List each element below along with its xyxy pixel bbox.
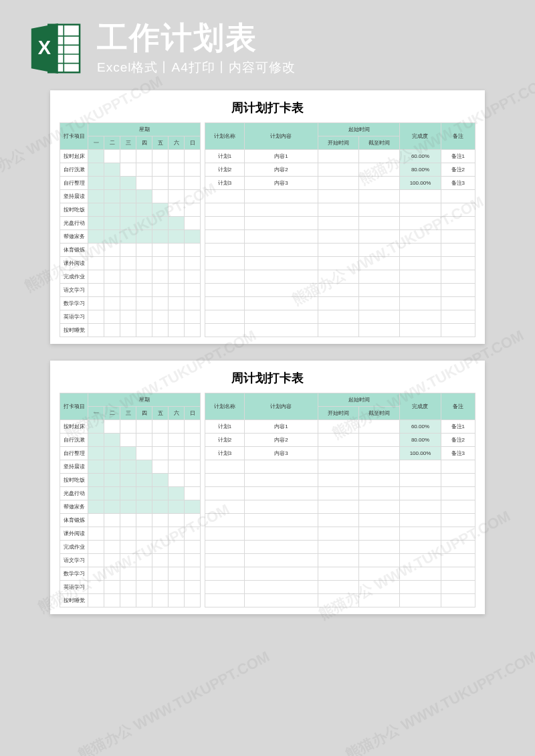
day-cell[interactable]	[152, 297, 169, 310]
day-cell[interactable]	[169, 594, 185, 607]
plan-start[interactable]	[318, 150, 358, 163]
day-cell[interactable]	[152, 203, 169, 217]
plan-pct[interactable]: 60.00%	[400, 420, 441, 434]
empty-cell[interactable]	[244, 594, 318, 607]
empty-cell[interactable]	[205, 284, 245, 297]
plan-start[interactable]	[318, 420, 358, 434]
day-cell[interactable]	[120, 527, 136, 541]
plan-pct[interactable]: 80.00%	[400, 434, 441, 447]
day-cell[interactable]	[169, 297, 185, 310]
day-cell[interactable]	[136, 284, 152, 297]
empty-cell[interactable]	[359, 460, 400, 474]
day-cell[interactable]	[185, 594, 201, 607]
empty-cell[interactable]	[244, 257, 318, 270]
plan-note[interactable]: 备注3	[441, 177, 475, 190]
empty-cell[interactable]	[441, 474, 475, 487]
day-cell[interactable]	[185, 244, 201, 257]
plan-content[interactable]: 内容1	[244, 420, 318, 434]
empty-cell[interactable]	[318, 244, 358, 257]
day-cell[interactable]	[120, 460, 136, 474]
empty-cell[interactable]	[441, 270, 475, 284]
day-cell[interactable]	[185, 310, 201, 324]
day-cell[interactable]	[152, 594, 169, 607]
day-cell[interactable]	[88, 217, 104, 230]
plan-start[interactable]	[318, 177, 358, 190]
day-cell[interactable]	[136, 500, 152, 514]
day-cell[interactable]	[185, 434, 201, 447]
day-cell[interactable]	[185, 324, 201, 337]
empty-cell[interactable]	[359, 594, 400, 607]
plan-name[interactable]: 计划1	[205, 150, 245, 163]
day-cell[interactable]	[88, 447, 104, 460]
day-cell[interactable]	[104, 514, 120, 527]
empty-cell[interactable]	[318, 257, 358, 270]
plan-end[interactable]	[359, 150, 400, 163]
empty-cell[interactable]	[318, 527, 358, 541]
empty-cell[interactable]	[244, 567, 318, 581]
day-cell[interactable]	[88, 434, 104, 447]
empty-cell[interactable]	[441, 500, 475, 514]
plan-start[interactable]	[318, 434, 358, 447]
empty-cell[interactable]	[205, 310, 245, 324]
day-cell[interactable]	[104, 434, 120, 447]
day-cell[interactable]	[88, 567, 104, 581]
empty-cell[interactable]	[244, 527, 318, 541]
day-cell[interactable]	[120, 230, 136, 244]
empty-cell[interactable]	[441, 190, 475, 203]
empty-cell[interactable]	[400, 594, 441, 607]
day-cell[interactable]	[104, 460, 120, 474]
day-cell[interactable]	[152, 487, 169, 500]
plan-end[interactable]	[359, 163, 400, 177]
day-cell[interactable]	[169, 434, 185, 447]
day-cell[interactable]	[88, 500, 104, 514]
day-cell[interactable]	[88, 310, 104, 324]
day-cell[interactable]	[185, 284, 201, 297]
day-cell[interactable]	[120, 284, 136, 297]
empty-cell[interactable]	[400, 324, 441, 337]
day-cell[interactable]	[152, 474, 169, 487]
plan-start[interactable]	[318, 163, 358, 177]
day-cell[interactable]	[185, 217, 201, 230]
day-cell[interactable]	[185, 554, 201, 567]
day-cell[interactable]	[136, 150, 152, 163]
plan-note[interactable]: 备注3	[441, 447, 475, 460]
plan-name[interactable]: 计划2	[205, 163, 245, 177]
empty-cell[interactable]	[441, 284, 475, 297]
empty-cell[interactable]	[318, 203, 358, 217]
day-cell[interactable]	[120, 297, 136, 310]
day-cell[interactable]	[120, 554, 136, 567]
empty-cell[interactable]	[441, 203, 475, 217]
empty-cell[interactable]	[400, 514, 441, 527]
empty-cell[interactable]	[205, 581, 245, 594]
empty-cell[interactable]	[359, 487, 400, 500]
day-cell[interactable]	[120, 324, 136, 337]
empty-cell[interactable]	[359, 217, 400, 230]
day-cell[interactable]	[104, 190, 120, 203]
day-cell[interactable]	[185, 487, 201, 500]
day-cell[interactable]	[136, 310, 152, 324]
empty-cell[interactable]	[400, 217, 441, 230]
empty-cell[interactable]	[441, 310, 475, 324]
day-cell[interactable]	[104, 594, 120, 607]
empty-cell[interactable]	[441, 297, 475, 310]
empty-cell[interactable]	[441, 230, 475, 244]
day-cell[interactable]	[152, 284, 169, 297]
day-cell[interactable]	[136, 297, 152, 310]
empty-cell[interactable]	[359, 567, 400, 581]
day-cell[interactable]	[169, 177, 185, 190]
day-cell[interactable]	[169, 447, 185, 460]
day-cell[interactable]	[169, 244, 185, 257]
day-cell[interactable]	[88, 420, 104, 434]
day-cell[interactable]	[120, 474, 136, 487]
empty-cell[interactable]	[318, 567, 358, 581]
empty-cell[interactable]	[205, 203, 245, 217]
plan-name[interactable]: 计划3	[205, 177, 245, 190]
day-cell[interactable]	[152, 434, 169, 447]
empty-cell[interactable]	[441, 594, 475, 607]
empty-cell[interactable]	[244, 190, 318, 203]
day-cell[interactable]	[88, 203, 104, 217]
day-cell[interactable]	[185, 190, 201, 203]
empty-cell[interactable]	[205, 567, 245, 581]
day-cell[interactable]	[136, 514, 152, 527]
day-cell[interactable]	[104, 150, 120, 163]
